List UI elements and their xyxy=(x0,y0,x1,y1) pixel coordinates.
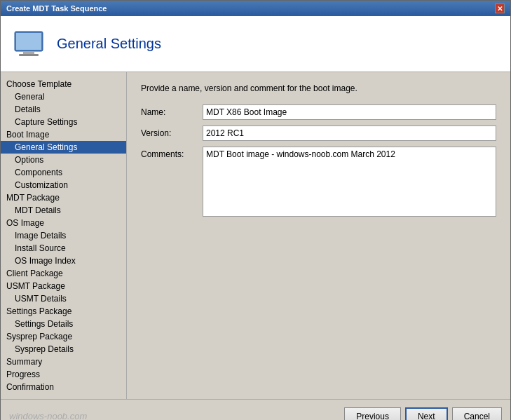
close-button[interactable]: ✕ xyxy=(495,4,505,13)
name-label: Name: xyxy=(141,104,197,117)
header-area: General Settings xyxy=(1,16,510,72)
sidebar-item-details[interactable]: Details xyxy=(1,103,126,116)
watermark-text: windows-noob.com xyxy=(9,411,87,420)
comments-label: Comments: xyxy=(141,147,197,159)
sidebar-item-capture-settings[interactable]: Capture Settings xyxy=(1,116,126,128)
sidebar-item-image-details[interactable]: Image Details xyxy=(1,229,126,242)
sidebar-item-boot-image[interactable]: Boot Image xyxy=(1,128,126,141)
sidebar-item-client-package[interactable]: Client Package xyxy=(1,267,126,280)
version-input[interactable] xyxy=(203,126,496,141)
comments-textarea[interactable]: MDT Boot image - windows-noob.com March … xyxy=(203,147,496,217)
page-title: General Settings xyxy=(57,36,161,52)
sidebar-item-customization[interactable]: Customization xyxy=(1,179,126,191)
window-title: Create MDT Task Sequence xyxy=(6,4,107,13)
sidebar-item-sysprep-package[interactable]: Sysprep Package xyxy=(1,330,126,343)
name-input[interactable] xyxy=(203,104,496,120)
next-button[interactable]: Next xyxy=(405,407,448,421)
sidebar-item-sysprep-details[interactable]: Sysprep Details xyxy=(1,343,126,355)
button-group: Previous Next Cancel xyxy=(344,407,502,421)
svg-rect-2 xyxy=(23,51,34,54)
sidebar-item-mdt-details[interactable]: MDT Details xyxy=(1,204,126,217)
sidebar-item-usmt-details[interactable]: USMT Details xyxy=(1,292,126,305)
sidebar-item-usmt-package[interactable]: USMT Package xyxy=(1,280,126,292)
svg-rect-3 xyxy=(19,54,39,56)
previous-button[interactable]: Previous xyxy=(344,407,401,421)
sidebar-item-general-settings[interactable]: General Settings xyxy=(1,141,126,154)
sidebar: Choose TemplateGeneralDetailsCapture Set… xyxy=(1,72,127,399)
sidebar-item-choose-template[interactable]: Choose Template xyxy=(1,78,126,90)
header-icon xyxy=(12,27,46,61)
sidebar-item-os-image[interactable]: OS Image xyxy=(1,217,126,229)
sidebar-item-progress[interactable]: Progress xyxy=(1,368,126,381)
sidebar-item-components[interactable]: Components xyxy=(1,166,126,179)
form-description: Provide a name, version and comment for … xyxy=(141,83,496,93)
sidebar-item-install-source[interactable]: Install Source xyxy=(1,242,126,255)
version-label: Version: xyxy=(141,126,197,138)
bottom-bar: windows-noob.com Previous Next Cancel xyxy=(1,399,510,420)
sidebar-item-settings-package[interactable]: Settings Package xyxy=(1,305,126,318)
sidebar-item-mdt-package[interactable]: MDT Package xyxy=(1,191,126,204)
sidebar-item-general[interactable]: General xyxy=(1,90,126,103)
content-area: Provide a name, version and comment for … xyxy=(127,72,510,399)
sidebar-item-confirmation[interactable]: Confirmation xyxy=(1,381,126,393)
sidebar-item-os-image-index[interactable]: OS Image Index xyxy=(1,255,126,267)
sidebar-item-settings-details[interactable]: Settings Details xyxy=(1,318,126,330)
form-grid: Name: Version: Comments: MDT Boot image … xyxy=(141,104,496,217)
sidebar-item-options[interactable]: Options xyxy=(1,154,126,166)
window-content: General Settings Choose TemplateGeneralD… xyxy=(1,16,510,420)
title-bar: Create MDT Task Sequence ✕ xyxy=(1,1,510,16)
sidebar-item-summary[interactable]: Summary xyxy=(1,355,126,368)
main-window: Create MDT Task Sequence ✕ General Setti… xyxy=(0,0,511,420)
cancel-button[interactable]: Cancel xyxy=(452,407,502,421)
svg-rect-1 xyxy=(16,33,41,50)
main-area: Choose TemplateGeneralDetailsCapture Set… xyxy=(1,72,510,399)
